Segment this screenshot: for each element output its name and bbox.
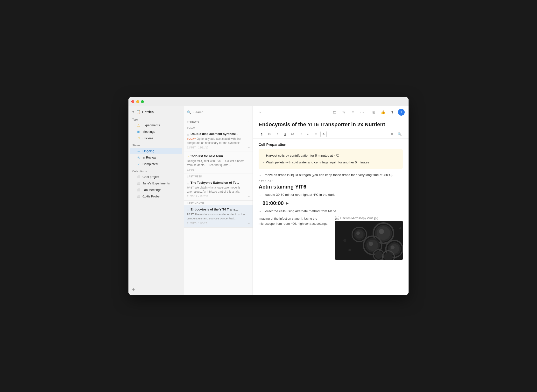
svg-point-4 [379, 229, 384, 234]
sidebar-collections-section: Collections [128, 167, 184, 174]
image-caption: 🖼 Electron Microscopy Virus.jpg [335, 216, 403, 220]
list-btn[interactable]: ≡ [389, 131, 395, 137]
app-body: ▼ 📋 Entries Type △ Experiments ▣ Meeting… [128, 106, 409, 295]
list-sort-label[interactable]: TODAY ▾ [187, 120, 199, 124]
strikethrough-btn[interactable]: ab [290, 131, 296, 137]
em-image [335, 221, 403, 260]
timer-play-btn[interactable]: ▶ [286, 201, 289, 205]
close-button[interactable] [131, 100, 134, 103]
timer-line: 01:00:00 ▶ [262, 200, 403, 206]
paragraph-btn[interactable]: ¶ [259, 131, 265, 137]
list-item-date: 11/6/17 - 11/8/17 [187, 222, 207, 225]
underline-btn[interactable]: U [282, 131, 288, 137]
color-btn[interactable]: A [320, 131, 327, 137]
infinite-icon: ∞ [247, 222, 250, 225]
list-item[interactable]: △ The Tachyonic Extension of To... PAST … [184, 178, 253, 201]
experiment-icon: △ [187, 181, 189, 185]
sidebar: ▼ 📋 Entries Type △ Experiments ▣ Meeting… [128, 106, 184, 295]
more-icon-btn[interactable]: ··· [359, 109, 366, 116]
two-col-section: Imaging of the infection stage II. Using… [259, 216, 403, 260]
list-toolbar: 🔍 [184, 106, 253, 118]
review-icon: ◎ [137, 156, 141, 159]
list-item[interactable]: △ Double displacement synthesi... TODAY … [184, 130, 253, 152]
format-toolbar: ¶ B I U ab x² x₂ ⚭ A ≡ 🔍 [253, 130, 409, 139]
sidebar-item-meetings[interactable]: ▣ Meetings [130, 129, 182, 135]
list-item-date: 11/25/17 - 12/2/17 [187, 195, 208, 198]
sidebar-item-ongoing[interactable]: ∞ Ongoing [130, 148, 182, 154]
image-thumbnail [335, 221, 403, 260]
content-bullet: Freeze as drops in liquid nitrogen (you … [259, 173, 403, 178]
past-badge: PAST [187, 213, 194, 216]
ongoing-icon: ∞ [137, 149, 141, 153]
main-panel: » 🗂 ☆ ∞ ··· ⊞ 👍 ⬆ + Endocytosis of the Y… [253, 106, 409, 295]
link-btn[interactable]: ⚭ [313, 131, 319, 137]
day-label: DAY 1 of 1 [259, 180, 403, 183]
sidebar-item-in-review[interactable]: ◎ In Review [130, 154, 182, 161]
add-button[interactable]: + [398, 109, 405, 116]
svg-point-22 [399, 227, 401, 229]
sidebar-item-lab-meetings[interactable]: ⬜ Lab Meetings [130, 187, 182, 193]
list-item-preview: TODAY Optionally add acetic acid with fi… [187, 137, 250, 145]
search-text-btn[interactable]: 🔍 [396, 131, 403, 137]
preview-text: Design MCQ test with Eva — Collect binde… [187, 159, 244, 167]
list-item-footer: 11/25/17 - 12/2/17 ∞ [187, 195, 250, 198]
grid-icon-btn[interactable]: ⊞ [370, 109, 377, 116]
list-panel: 🔍 TODAY ▾ ↑ TODAY △ Double displacement … [184, 106, 253, 295]
minimize-button[interactable] [136, 100, 139, 103]
italic-btn[interactable]: I [274, 131, 280, 137]
collapse-icon[interactable]: ▼ [132, 111, 134, 113]
sidebar-item-label: Jane's Experiments [142, 182, 170, 185]
bold-btn[interactable]: B [266, 131, 273, 137]
titlebar [128, 97, 409, 106]
doc-title: Endocytosis of the YIT6 Transporter in 2… [253, 118, 409, 130]
list-item-footer: 12/6/17 [187, 168, 250, 171]
experiment-icon: △ [137, 123, 141, 127]
list-item[interactable]: △ Endocytosis of the YIT6 Trans... PAST … [184, 205, 253, 227]
section-title: Cell Preparation [259, 142, 403, 147]
folder-icon: ⬜ [137, 195, 141, 198]
expand-icon[interactable]: » [257, 109, 263, 116]
image-file-icon: 🖼 [335, 216, 339, 220]
sidebar-status-section: Status [128, 141, 184, 148]
sidebar-item-completed[interactable]: ✓ Completed [130, 161, 182, 167]
list-item-title: Todo list for next term [190, 154, 250, 158]
past-badge: PAST [187, 186, 194, 189]
experiment-icon: △ [187, 208, 189, 211]
app-window: ▼ 📋 Entries Type △ Experiments ▣ Meeting… [128, 97, 409, 295]
sidebar-item-cool-project[interactable]: ⬜ Cool project [130, 174, 182, 180]
sticky-icon: □ [137, 136, 141, 140]
subscript-btn[interactable]: x₂ [305, 131, 311, 137]
infinite-icon: ∞ [247, 195, 250, 198]
sidebar-item-label: In Review [142, 156, 156, 159]
sidebar-item-label: Ongoing [142, 149, 154, 153]
like-icon-btn[interactable]: 👍 [380, 109, 386, 116]
meeting-icon: ▣ [137, 130, 141, 133]
superscript-btn[interactable]: x² [297, 131, 304, 137]
content-bullet: Incubate 30-60 min or overnight at 4ºC i… [259, 192, 403, 197]
list-sort-dir-icon[interactable]: ↑ [248, 120, 250, 124]
share-icon-btn[interactable]: ⬆ [389, 109, 396, 116]
list-item-preview: PAST The endocytosis was dependent on th… [187, 212, 250, 221]
infinite-icon-btn[interactable]: ∞ [350, 109, 356, 116]
imaging-text: Imaging of the infection stage II. Using… [259, 216, 331, 260]
sidebar-item-label: Stickies [142, 136, 153, 140]
sidebar-header: ▼ 📋 Entries [128, 106, 184, 116]
list-item-footer: 11/6/17 - 11/8/17 ∞ [187, 222, 250, 225]
main-toolbar: » 🗂 ☆ ∞ ··· ⊞ 👍 ⬆ + [253, 106, 409, 118]
folder-icon-btn[interactable]: 🗂 [331, 109, 338, 116]
callout-item: Harvest cells by centrifugation for 5 mi… [263, 152, 398, 159]
star-icon-btn[interactable]: ☆ [340, 109, 347, 116]
svg-point-15 [355, 230, 363, 238]
list-section-last-week: LAST WEEK [184, 174, 253, 178]
list-item[interactable]: □ Todo list for next term Design MCQ tes… [184, 152, 253, 174]
sidebar-item-experiments[interactable]: △ Experiments [130, 122, 182, 128]
sidebar-item-6xhis-probe[interactable]: ⬜ 6xHis Probe [130, 193, 182, 199]
list-item-title: Double displacement synthesi... [191, 132, 250, 136]
sticky-icon: □ [187, 155, 189, 158]
callout-item: Wash pellets with cold water and centrif… [263, 159, 398, 166]
sidebar-item-stickies[interactable]: □ Stickies [130, 135, 182, 141]
add-entry-button[interactable]: + [132, 286, 135, 292]
search-input[interactable] [193, 110, 250, 114]
sidebar-item-janes-experiments[interactable]: ⬜ Jane's Experiments [130, 180, 182, 186]
maximize-button[interactable] [141, 100, 144, 103]
